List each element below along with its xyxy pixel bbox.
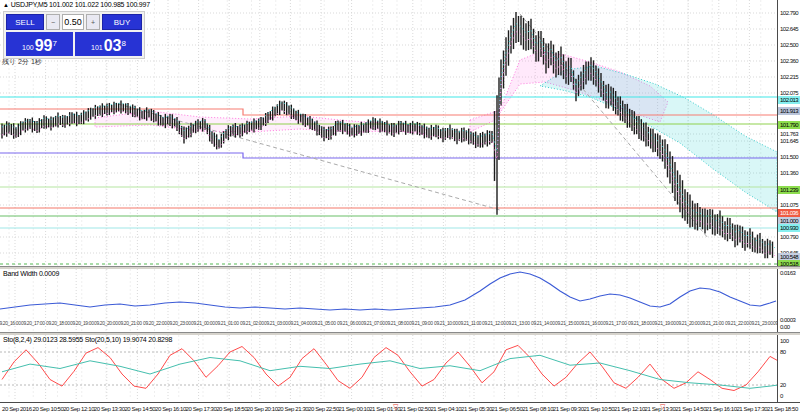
volume-plus-button[interactable]: + bbox=[86, 14, 100, 30]
price-tick-label: 102.360 bbox=[780, 57, 798, 65]
hour-label: 09.21_20:00 bbox=[676, 320, 700, 326]
mt4-chart-window: ▲USDJPY,M5 101.002 101.022 100.985 100.9… bbox=[0, 0, 800, 417]
price-tick-label: 102.215 bbox=[780, 73, 798, 81]
buy-button[interactable]: BUY bbox=[102, 14, 142, 30]
sell-button[interactable]: SELL bbox=[6, 14, 44, 30]
hour-label: 09.20_23:00 bbox=[167, 320, 191, 326]
hour-label: 09.21_09:00 bbox=[409, 320, 433, 326]
time-label: 20 Sep 17:30 bbox=[186, 406, 217, 412]
price-axis[interactable]: 102.790102.645102.500102.360102.215102.0… bbox=[777, 0, 800, 402]
hour-label: 09.21_14:00 bbox=[531, 320, 555, 326]
price-tick-label: 100.790 bbox=[780, 233, 798, 241]
stochastic-indicator-pane[interactable] bbox=[0, 335, 777, 399]
time-label: 21 Sep 09:30 bbox=[553, 406, 584, 412]
hour-label: 09.21_15:00 bbox=[555, 320, 579, 326]
time-label: 21 Sep 10:50 bbox=[583, 406, 614, 412]
price-badge: 100.930 bbox=[778, 224, 800, 232]
buy-price-prefix: 101 bbox=[91, 44, 103, 51]
pane-separator[interactable] bbox=[0, 332, 800, 335]
hour-label: 09.20_22:00 bbox=[143, 320, 167, 326]
price-tick-label: 102.500 bbox=[780, 41, 798, 49]
hourly-timestamp-strip: 09.20_16:0009.20_17:0009.20_18:0009.20_1… bbox=[0, 318, 777, 332]
hour-label: 09.21_17:00 bbox=[603, 320, 627, 326]
time-label: 21 Sep 18:50 bbox=[767, 406, 798, 412]
time-label: 21 Sep 08:10 bbox=[522, 406, 553, 412]
time-label: 20 Sep 21:30 bbox=[277, 406, 308, 412]
buy-price-pip: 8 bbox=[122, 39, 126, 48]
price-badge: 101.913 bbox=[778, 107, 800, 115]
hour-label: 09.21_01:00 bbox=[215, 320, 239, 326]
time-label: 21 Sep 12:10 bbox=[614, 406, 645, 412]
hour-label: 09.21_12:00 bbox=[482, 320, 506, 326]
time-label: 21 Sep 16:10 bbox=[706, 406, 737, 412]
time-label: 20 Sep 2016 bbox=[2, 406, 32, 412]
time-label: 20 Sep 22:50 bbox=[308, 406, 339, 412]
trade-marker-icon: ▽ bbox=[660, 403, 665, 411]
time-label: 20 Sep 20:10 bbox=[247, 406, 278, 412]
price-badge: 101.036 bbox=[778, 209, 800, 217]
hour-label: 09.20_16:00 bbox=[0, 320, 21, 326]
band-width-label: Band Width 0.0009 bbox=[3, 270, 59, 277]
stochastic-signal-curve bbox=[2, 355, 777, 388]
buy-price-panel[interactable]: 101 03 8 bbox=[75, 32, 142, 56]
hour-label: 09.20_19:00 bbox=[70, 320, 94, 326]
one-click-trade-panel: SELL − 0.50 + BUY 100 99 7 101 03 8 bbox=[3, 11, 145, 59]
price-badge: 101.239 bbox=[778, 186, 800, 194]
hour-label: 09.21_07:00 bbox=[361, 320, 385, 326]
volume-minus-button[interactable]: − bbox=[46, 14, 60, 30]
time-label: 20 Sep 10:50 bbox=[33, 406, 64, 412]
price-tick-label: 102.645 bbox=[780, 25, 798, 33]
volume-input[interactable]: 0.50 bbox=[62, 14, 84, 30]
time-axis[interactable]: 20 Sep 201620 Sep 10:5020 Sep 12:1020 Se… bbox=[0, 402, 800, 417]
hour-label: 09.21_08:00 bbox=[385, 320, 409, 326]
band-width-tick-label: 0.00 bbox=[780, 323, 790, 331]
hour-label: 09.21_10:00 bbox=[434, 320, 458, 326]
time-label: 21 Sep 02:50 bbox=[400, 406, 431, 412]
hour-label: 09.21_21:00 bbox=[700, 320, 724, 326]
time-label: 21 Sep 00:10 bbox=[339, 406, 370, 412]
stochastic-tick-label: 80 bbox=[780, 348, 786, 356]
time-label: 20 Sep 13:30 bbox=[94, 406, 125, 412]
hour-label: 09.20_17:00 bbox=[21, 320, 45, 326]
sell-price-panel[interactable]: 100 99 7 bbox=[6, 32, 73, 56]
price-tick-label: 101.075 bbox=[780, 201, 798, 209]
time-label: 21 Sep 04:10 bbox=[430, 406, 461, 412]
price-badge: 101.790 bbox=[778, 121, 800, 129]
trade-panel-top-row: SELL − 0.50 + BUY bbox=[6, 14, 142, 30]
time-label: 20 Sep 16:10 bbox=[155, 406, 186, 412]
band-width-tick-label: 0.0163 bbox=[780, 269, 795, 277]
price-tick-label: 102.790 bbox=[780, 9, 798, 17]
collapse-panel-icon[interactable]: ▲ bbox=[3, 2, 9, 8]
chart-title: ▲USDJPY,M5 101.002 101.022 100.985 100.9… bbox=[3, 1, 150, 8]
time-label: 20 Sep 12:10 bbox=[63, 406, 94, 412]
time-label: 21 Sep 17:30 bbox=[736, 406, 767, 412]
trade-panel-price-row: 100 99 7 101 03 8 bbox=[6, 32, 142, 56]
pane-separator[interactable] bbox=[0, 266, 800, 269]
time-label: 20 Sep 14:50 bbox=[124, 406, 155, 412]
price-tick-label: 101.500 bbox=[780, 153, 798, 161]
hour-label: 09.21_13:00 bbox=[506, 320, 530, 326]
hour-label: 09.21_23:00 bbox=[749, 320, 773, 326]
stochastic-label: Sto(8,2,4) 29.0123 28.5955 Sto(20,5,10) … bbox=[3, 336, 172, 343]
price-tick-label: 101.360 bbox=[780, 169, 798, 177]
buy-price-big: 03 bbox=[104, 38, 122, 54]
time-label: 20 Sep 18:50 bbox=[216, 406, 247, 412]
stochastic-tick-label: 100 bbox=[780, 337, 789, 345]
sell-price-pip: 7 bbox=[53, 39, 57, 48]
time-label: 21 Sep 14:50 bbox=[675, 406, 706, 412]
hour-label: 09.21_18:00 bbox=[628, 320, 652, 326]
hour-label: 09.21_03:00 bbox=[264, 320, 288, 326]
hour-label: 09.21_05:00 bbox=[312, 320, 336, 326]
price-tick-label: 101.645 bbox=[780, 137, 798, 145]
price-badge: 102.013 bbox=[778, 96, 800, 104]
stochastic-tick-label: 0 bbox=[780, 392, 783, 400]
sell-price-prefix: 100 bbox=[22, 44, 34, 51]
hour-label: 09.21_00:00 bbox=[191, 320, 215, 326]
kijun-dotted-line bbox=[2, 32, 775, 257]
hour-label: 09.21_22:00 bbox=[725, 320, 749, 326]
hour-label: 09.21_06:00 bbox=[337, 320, 361, 326]
hour-label: 09.21_02:00 bbox=[240, 320, 264, 326]
stochastic-tick-label: 20 bbox=[780, 381, 786, 389]
hour-label: 09.21_19:00 bbox=[652, 320, 676, 326]
time-label: 21 Sep 06:50 bbox=[492, 406, 523, 412]
